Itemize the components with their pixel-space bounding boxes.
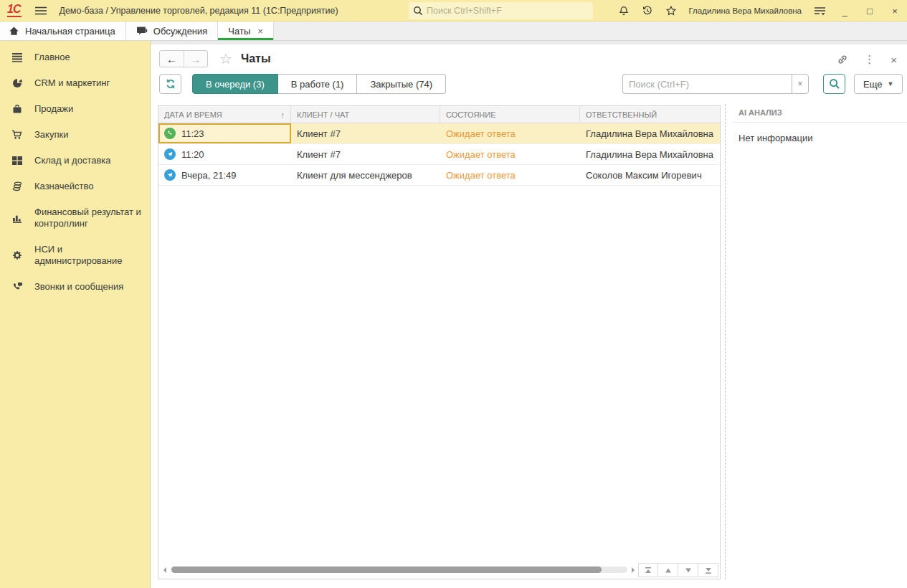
- sidebar-item-purchases[interactable]: Закупки: [0, 122, 150, 148]
- more-button[interactable]: Еще ▼: [854, 74, 903, 94]
- home-icon: [9, 26, 19, 36]
- sidebar-item-treasury[interactable]: Казначейство: [0, 174, 150, 199]
- close-window-button[interactable]: ×: [888, 6, 901, 16]
- whatsapp-icon: [164, 128, 176, 139]
- back-button[interactable]: ←: [160, 51, 184, 67]
- go-last-row-button[interactable]: [698, 563, 718, 577]
- filter-closed[interactable]: Закрытые (74): [357, 74, 446, 94]
- coins-icon: [11, 181, 24, 192]
- gear-icon: [11, 250, 24, 261]
- chats-table: ДАТА И ВРЕМЯ ↑ КЛИЕНТ / ЧАТ СОСТОЯНИЕ ОТ…: [158, 105, 721, 579]
- sidebar-item-warehouse[interactable]: Склад и доставка: [0, 148, 150, 174]
- search-icon: [829, 78, 840, 90]
- forward-button[interactable]: →: [184, 51, 207, 67]
- column-header-datetime[interactable]: ДАТА И ВРЕМЯ ↑: [158, 106, 291, 123]
- maximize-button[interactable]: □: [863, 6, 876, 16]
- phone-message-icon: [11, 281, 24, 293]
- scroll-left-arrow[interactable]: [163, 567, 166, 573]
- sidebar-item-sales[interactable]: Продажи: [0, 96, 150, 122]
- menu-icon: [11, 52, 24, 62]
- clear-search-button[interactable]: ×: [792, 74, 809, 94]
- ai-panel-empty-text: Нет информации: [733, 123, 907, 153]
- global-search-input[interactable]: [427, 6, 589, 16]
- go-first-row-button[interactable]: [638, 563, 658, 577]
- notifications-bell-icon[interactable]: [618, 5, 630, 16]
- page-title: Чаты: [241, 52, 271, 65]
- table-bottom-bar: [158, 561, 720, 579]
- title-bar: 1С Демо-база / Управление торговлей, ред…: [0, 0, 907, 22]
- panel-separator: [725, 104, 726, 579]
- section-sidebar: Главное CRM и маркетинг Продажи: [0, 41, 151, 588]
- previous-row-button[interactable]: [658, 563, 678, 577]
- 1c-logo: 1С: [7, 4, 22, 17]
- briefcase-icon: [11, 103, 24, 115]
- open-windows-tabbar: Начальная страница Обсуждения Чаты ×: [0, 22, 907, 41]
- tab-label: Чаты: [228, 26, 250, 37]
- form-kebab-menu-icon[interactable]: ⋮: [864, 53, 875, 66]
- close-tab-icon[interactable]: ×: [257, 26, 263, 37]
- discussions-icon: [136, 26, 148, 36]
- toolbar: В очереди (3) В работе (1) Закрытые (74)…: [159, 74, 898, 94]
- chats-form: ← → ☆ Чаты ⋮ × В очеред: [151, 41, 907, 588]
- table-header: ДАТА И ВРЕМЯ ↑ КЛИЕНТ / ЧАТ СОСТОЯНИЕ ОТ…: [158, 106, 720, 123]
- add-favorite-star-icon[interactable]: ☆: [219, 52, 232, 66]
- table-row[interactable]: Вчера, 21:49 Клиент для мессенджеров Ожи…: [158, 165, 720, 186]
- table-row[interactable]: 11:20 Клиент #7 Ожидает ответа Гладилина…: [158, 144, 720, 165]
- app-title: Демо-база / Управление торговлей, редакц…: [59, 6, 338, 16]
- sidebar-item-main[interactable]: Главное: [0, 44, 150, 70]
- status-badge: Ожидает ответа: [440, 123, 580, 143]
- horizontal-scrollbar[interactable]: [171, 566, 627, 573]
- pie-chart-icon: [11, 77, 24, 89]
- bar-chart-icon: [11, 212, 24, 224]
- minimize-button[interactable]: _: [838, 6, 851, 16]
- next-row-button[interactable]: [678, 563, 698, 577]
- search-icon: [413, 6, 423, 16]
- history-icon[interactable]: [642, 5, 653, 16]
- run-search-button[interactable]: [823, 74, 845, 94]
- close-form-icon[interactable]: ×: [891, 54, 897, 66]
- table-row[interactable]: 11:23 Клиент #7 Ожидает ответа Гладилина…: [158, 123, 720, 144]
- main-menu-icon[interactable]: [34, 6, 47, 16]
- status-badge: Ожидает ответа: [440, 165, 580, 185]
- tab-label: Обсуждения: [153, 26, 208, 37]
- current-user-name[interactable]: Гладилина Вера Михайловна: [689, 6, 802, 15]
- service-menu-icon[interactable]: [814, 6, 826, 16]
- sidebar-item-nsi-administration[interactable]: НСИ и администрирование: [0, 237, 150, 274]
- grid-icon: [11, 156, 24, 166]
- scroll-right-arrow[interactable]: [632, 567, 635, 573]
- tab-chats[interactable]: Чаты ×: [218, 22, 274, 40]
- list-search-input[interactable]: [622, 74, 792, 94]
- dropdown-arrow-icon: ▼: [887, 80, 893, 87]
- status-badge: Ожидает ответа: [440, 144, 580, 164]
- ai-panel-title: AI АНАЛИЗ: [733, 105, 907, 123]
- telegram-icon: [164, 148, 176, 160]
- state-filter-group: В очереди (3) В работе (1) Закрытые (74): [192, 74, 446, 94]
- filter-in-progress[interactable]: В работе (1): [278, 74, 358, 94]
- sort-asc-icon: ↑: [281, 110, 285, 119]
- sidebar-item-crm-marketing[interactable]: CRM и маркетинг: [0, 70, 150, 96]
- global-search[interactable]: [409, 2, 593, 19]
- row-navigation-group: [638, 563, 718, 577]
- cart-icon: [11, 129, 24, 141]
- column-header-client[interactable]: КЛИЕНТ / ЧАТ: [291, 106, 440, 123]
- horizontal-scrollbar-thumb[interactable]: [171, 566, 602, 573]
- tab-home[interactable]: Начальная страница: [0, 22, 126, 40]
- history-nav-group: ← →: [159, 50, 208, 67]
- get-link-icon[interactable]: [837, 54, 848, 65]
- ai-analysis-panel: AI АНАЛИЗ Нет информации: [733, 105, 907, 153]
- telegram-icon: [164, 169, 176, 181]
- sidebar-item-financial-result[interactable]: Финансовый результат и контроллинг: [0, 199, 150, 237]
- tab-discussions[interactable]: Обсуждения: [126, 22, 219, 40]
- refresh-button[interactable]: [159, 74, 181, 94]
- favorites-star-icon[interactable]: [665, 5, 677, 16]
- column-header-state[interactable]: СОСТОЯНИЕ: [440, 106, 580, 123]
- column-header-responsible[interactable]: ОТВЕТСТВЕННЫЙ: [580, 106, 720, 123]
- refresh-icon: [165, 78, 176, 90]
- sidebar-item-calls-messages[interactable]: Звонки и сообщения: [0, 274, 150, 300]
- tab-label: Начальная страница: [25, 26, 115, 37]
- filter-in-queue[interactable]: В очереди (3): [192, 74, 278, 94]
